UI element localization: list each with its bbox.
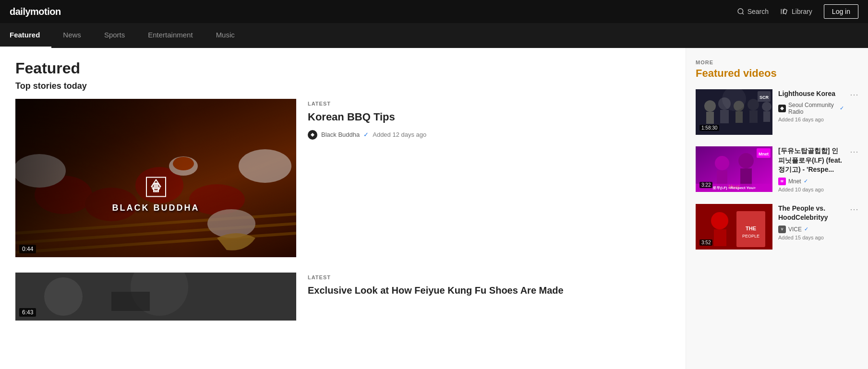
sidebar-channel-lighthouse: Seoul Community Radio ✓ (778, 102, 844, 115)
top-bar: dailymotion Search Library Log in (0, 0, 868, 23)
more-options-mnet[interactable]: ⋯ (850, 146, 858, 157)
sidebar-more-label: MORE (696, 60, 858, 65)
svg-point-23 (704, 100, 716, 112)
sidebar-channel-name-lighthouse[interactable]: Seoul Community Radio (788, 102, 837, 115)
svg-text:THE: THE (746, 226, 756, 231)
sidebar-added-lighthouse: Added 16 days ago (778, 117, 844, 122)
featured-video-card-bbq: BLACK BUDDHA 0:44 LATEST Korean BBQ Tips… (15, 99, 670, 257)
svg-point-31 (762, 102, 772, 111)
svg-rect-42 (714, 229, 726, 246)
latest-label-bbq: LATEST (308, 101, 670, 107)
video-title-bbq[interactable]: Korean BBQ Tips (308, 110, 670, 124)
svg-point-41 (711, 212, 728, 229)
search-icon (737, 8, 745, 15)
sidebar-channel-vice: V VICE ✓ (778, 226, 844, 233)
mnet-channel-icon: M (778, 178, 786, 185)
category-entertainment[interactable]: Entertainment (136, 23, 204, 48)
top-right-nav: Search Library Log in (737, 4, 858, 19)
added-date-bbq: Added 12 days ago (373, 131, 426, 138)
video-overlay-name: BLACK BUDDHA (112, 203, 200, 213)
sidebar-channel-mnet: M Mnet ✓ (778, 178, 844, 185)
search-label: Search (747, 8, 769, 15)
more-options-vice[interactable]: ⋯ (850, 204, 858, 214)
main-layout: Featured Top stories today (0, 48, 868, 369)
channel-name-bbq[interactable]: Black Buddha (321, 131, 360, 138)
section-title: Top stories today (15, 81, 670, 91)
category-bar: Featured News Sports Entertainment Music (0, 23, 868, 48)
svg-rect-32 (763, 111, 770, 122)
svg-point-37 (738, 153, 754, 168)
sidebar-duration-vice: 3:52 (699, 239, 712, 246)
verified-mnet: ✓ (804, 178, 808, 184)
svg-text:PEOPLE: PEOPLE (742, 234, 760, 238)
channel-icon-bbq (308, 130, 317, 140)
svg-point-0 (738, 9, 743, 14)
video-title-shoe[interactable]: Exclusive Look at How Feiyue Kung Fu Sho… (308, 284, 670, 297)
svg-point-35 (715, 156, 729, 170)
page-title: Featured (15, 60, 670, 77)
video-thumbnail-shoe[interactable]: 6:43 (15, 273, 296, 321)
svg-rect-24 (706, 112, 714, 124)
verified-icon-bbq: ✓ (363, 131, 369, 138)
category-featured[interactable]: Featured (0, 23, 51, 48)
channel-overlay-icon (144, 175, 168, 199)
sidebar: MORE Featured videos (686, 48, 868, 369)
svg-point-19 (44, 277, 83, 316)
sidebar-section-title: Featured videos (696, 67, 858, 80)
category-news[interactable]: News (51, 23, 93, 48)
library-label: Library (792, 8, 812, 15)
video-duration-bbq: 0:44 (19, 245, 36, 253)
video-info-bbq: LATEST Korean BBQ Tips Black Buddha ✓ Ad… (308, 99, 670, 140)
svg-rect-30 (749, 110, 758, 123)
more-options-lighthouse[interactable]: ⋯ (850, 89, 858, 100)
category-music[interactable]: Music (205, 23, 246, 48)
scr-channel-icon (778, 105, 786, 112)
library-icon (780, 8, 789, 15)
vice-channel-icon: V (778, 226, 786, 233)
verified-lighthouse: ✓ (840, 105, 844, 111)
sidebar-added-mnet: Added 10 days ago (778, 187, 844, 192)
library-nav-item[interactable]: Library (780, 8, 812, 15)
sidebar-thumb-vice[interactable]: THE PEOPLE 3:52 (696, 204, 772, 250)
sidebar-thumb-lighthouse[interactable]: 1:58:30 SCR (696, 89, 772, 135)
category-sports[interactable]: Sports (93, 23, 136, 48)
svg-rect-26 (720, 110, 729, 123)
sidebar-channel-name-mnet[interactable]: Mnet (788, 178, 801, 185)
sidebar-video-item-mnet: Mnet 로우(I.F) <Respect You> 3:22 Mnet [두유… (696, 146, 858, 192)
sidebar-video-info-mnet: [두유노탑골힙합] 인피닛플로우(I.F) (feat. 정기고) - 'Res… (778, 146, 844, 192)
sidebar-video-title-lighthouse[interactable]: Lighthouse Korea (778, 89, 844, 99)
sidebar-video-title-mnet[interactable]: [두유노탑골힙합] 인피닛플로우(I.F) (feat. 정기고) - 'Res… (778, 146, 844, 175)
video-meta-bbq: Black Buddha ✓ Added 12 days ago (308, 130, 670, 140)
logo[interactable]: dailymotion (10, 6, 61, 17)
video-thumbnail-bbq[interactable]: BLACK BUDDHA 0:44 (15, 99, 296, 257)
sidebar-video-item-lighthouse: 1:58:30 SCR Lighthouse Korea Seoul Commu… (696, 89, 858, 135)
search-nav-item[interactable]: Search (737, 8, 769, 15)
verified-vice: ✓ (804, 226, 808, 232)
login-button[interactable]: Log in (824, 4, 858, 19)
svg-line-1 (742, 13, 744, 14)
sidebar-duration-lighthouse: 1:58:30 (699, 125, 719, 131)
svg-rect-21 (111, 292, 150, 311)
sidebar-thumb-mnet[interactable]: Mnet 로우(I.F) <Respect You> 3:22 Mnet (696, 146, 772, 192)
sidebar-added-vice: Added 15 days ago (778, 235, 844, 240)
sidebar-video-title-vice[interactable]: The People vs. HoodCelebrityy (778, 204, 844, 223)
main-content: Featured Top stories today (0, 48, 686, 369)
latest-label-shoe: LATEST (308, 274, 670, 280)
sidebar-duration-mnet: 3:22 (699, 182, 712, 188)
sidebar-video-info-lighthouse: Lighthouse Korea Seoul Community Radio ✓… (778, 89, 844, 122)
video-duration-shoe: 6:43 (19, 308, 36, 317)
sidebar-video-item-vice: THE PEOPLE 3:52 The People vs. HoodCeleb… (696, 204, 858, 250)
sidebar-video-info-vice: The People vs. HoodCelebrityy V VICE ✓ A… (778, 204, 844, 240)
featured-video-card-shoe: 6:43 LATEST Exclusive Look at How Feiyue… (15, 273, 670, 321)
video-info-shoe: LATEST Exclusive Look at How Feiyue Kung… (308, 273, 670, 302)
sidebar-channel-name-vice[interactable]: VICE (788, 226, 802, 233)
svg-rect-28 (735, 111, 743, 123)
